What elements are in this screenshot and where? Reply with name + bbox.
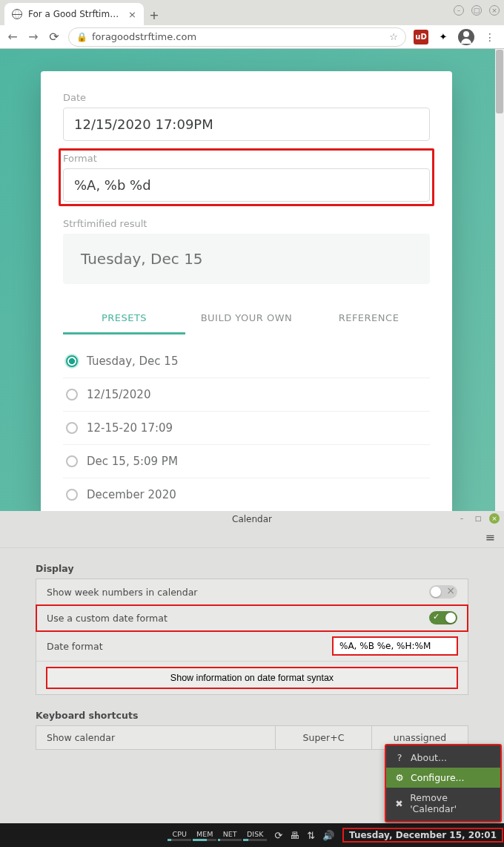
globe-icon <box>12 9 22 19</box>
preset-row[interactable]: Tuesday, Dec 15 <box>63 345 430 378</box>
ublock-icon[interactable]: uD <box>414 30 428 45</box>
preset-list: Tuesday, Dec 15 12/15/2020 12-15-20 17:0… <box>63 345 430 511</box>
shortcut-label: Show calendar <box>36 726 275 749</box>
remove-icon: ✖ <box>394 798 404 809</box>
gear-icon: ⚙ <box>394 772 405 783</box>
lock-icon: 🔒 <box>76 32 87 42</box>
preset-label: 12/15/2020 <box>87 388 150 401</box>
preset-tabs: PRESETS BUILD YOUR OWN REFERENCE <box>41 302 452 334</box>
tray-update-icon[interactable]: ⟳ <box>274 830 282 841</box>
format-section: Format <box>59 148 434 206</box>
maximize-icon[interactable]: □ <box>471 5 482 16</box>
close-icon[interactable]: × <box>489 513 500 524</box>
minimize-icon[interactable]: – <box>454 5 464 16</box>
close-icon[interactable]: × <box>128 9 136 20</box>
system-tray: ⟳ 🖶 ⇅ 🔊 <box>274 830 334 841</box>
tray-printer-icon[interactable]: 🖶 <box>290 830 299 841</box>
radio-icon <box>66 422 78 434</box>
bookmark-star-icon[interactable]: ☆ <box>389 31 398 42</box>
result-value: Tuesday, Dec 15 <box>63 234 430 284</box>
reload-icon[interactable]: ⟳ <box>47 30 61 44</box>
radio-icon <box>66 389 78 401</box>
preset-label: 12-15-20 17:09 <box>87 421 173 435</box>
ctx-about[interactable]: ? About... <box>385 748 501 768</box>
custom-format-label: Use a custom date format <box>47 613 422 624</box>
shortcut-primary[interactable]: Super+C <box>275 726 371 749</box>
net-meter: NET <box>218 830 242 841</box>
profile-avatar-icon[interactable] <box>458 29 474 45</box>
omnibox[interactable]: 🔒 foragoodstrftime.com ☆ <box>68 27 406 47</box>
page-viewport: Date Format Strftimified result Tuesday,… <box>0 49 504 511</box>
scrollbar[interactable] <box>495 49 504 511</box>
preset-label: December 2020 <box>87 488 176 501</box>
calendar-body: Display Show week numbers in calendar Us… <box>0 548 504 760</box>
radio-icon <box>66 489 78 501</box>
lower-area: Calendar – □ × ≡ Display Show week numbe… <box>0 511 504 847</box>
cpu-meter: CPU <box>168 830 191 841</box>
browser-tab[interactable]: For a Good Strftime | Easy Sk × <box>4 3 144 25</box>
tab-build[interactable]: BUILD YOUR OWN <box>185 302 308 334</box>
result-section: Strftimified result Tuesday, Dec 15 <box>63 218 430 284</box>
preset-row[interactable]: Dec 15, 5:09 PM <box>63 445 430 478</box>
maximize-icon[interactable]: □ <box>473 513 483 524</box>
close-window-icon[interactable]: × <box>489 5 500 16</box>
display-heading: Display <box>36 563 468 574</box>
calendar-title: Calendar <box>232 514 272 524</box>
back-icon[interactable]: ← <box>6 30 19 44</box>
preset-label: Dec 15, 5:09 PM <box>87 455 178 468</box>
taskbar-clock[interactable]: Tuesday, December 15, 20:01 <box>345 830 501 840</box>
show-week-label: Show week numbers in calendar <box>47 587 422 598</box>
show-week-toggle[interactable] <box>429 585 457 599</box>
show-week-row: Show week numbers in calendar <box>36 579 468 605</box>
preset-row[interactable]: December 2020 <box>63 478 430 511</box>
radio-icon <box>66 355 78 367</box>
ctx-remove[interactable]: ✖ Remove 'Calendar' <box>385 788 501 819</box>
show-info-button[interactable]: Show information on date format syntax <box>47 668 457 688</box>
tray-network-icon[interactable]: ⇅ <box>307 830 315 841</box>
date-format-row: Date format <box>36 631 468 662</box>
ctx-remove-label: Remove 'Calendar' <box>410 792 492 814</box>
ctx-configure-label: Configure... <box>411 772 465 783</box>
browser-chrome: For a Good Strftime | Easy Sk × + – □ × … <box>0 0 504 49</box>
system-meters[interactable]: CPU MEM NET DISK <box>168 830 267 841</box>
calendar-toolbar: ≡ <box>0 527 504 548</box>
display-panel: Show week numbers in calendar Use a cust… <box>36 579 468 695</box>
ctx-configure[interactable]: ⚙ Configure... <box>385 768 501 788</box>
calendar-titlebar[interactable]: Calendar – □ × <box>0 511 504 527</box>
custom-format-toggle[interactable] <box>429 611 457 624</box>
tab-presets[interactable]: PRESETS <box>63 302 185 334</box>
url-text: foragoodstrftime.com <box>92 31 196 42</box>
forward-icon[interactable]: → <box>27 30 40 44</box>
tray-volume-icon[interactable]: 🔊 <box>322 830 334 841</box>
date-label: Date <box>63 92 430 103</box>
hamburger-icon[interactable]: ≡ <box>485 530 495 544</box>
date-format-label: Date format <box>47 641 325 652</box>
disk-meter: DISK <box>243 830 267 841</box>
date-section: Date <box>63 92 430 141</box>
taskbar: CPU MEM NET DISK ⟳ 🖶 ⇅ 🔊 Tuesday, Decemb… <box>0 823 504 847</box>
tab-reference[interactable]: REFERENCE <box>308 302 430 334</box>
show-info-row: Show information on date format syntax <box>36 662 468 694</box>
preset-row[interactable]: 12-15-20 17:09 <box>63 412 430 445</box>
extensions-icon[interactable]: ✦ <box>436 30 451 45</box>
new-tab-button[interactable]: + <box>144 4 165 25</box>
custom-format-row: Use a custom date format <box>36 605 468 631</box>
help-icon: ? <box>394 752 405 763</box>
tab-strip: For a Good Strftime | Easy Sk × + – □ × <box>0 0 504 25</box>
mem-meter: MEM <box>193 830 216 841</box>
date-input[interactable] <box>63 108 430 141</box>
preset-row[interactable]: 12/15/2020 <box>63 378 430 412</box>
result-label: Strftimified result <box>63 218 430 229</box>
radio-icon <box>66 455 78 467</box>
date-format-input[interactable] <box>333 637 457 655</box>
kb-heading: Keyboard shortcuts <box>36 710 468 721</box>
browser-menu-icon[interactable]: ⋮ <box>482 31 498 43</box>
format-label: Format <box>63 153 430 164</box>
window-controls: – □ × <box>454 5 500 16</box>
minimize-icon[interactable]: – <box>457 513 467 524</box>
ctx-about-label: About... <box>411 752 447 763</box>
format-input[interactable] <box>63 168 430 202</box>
applet-context-menu: ? About... ⚙ Configure... ✖ Remove 'Cale… <box>385 745 501 822</box>
address-bar-row: ← → ⟳ 🔒 foragoodstrftime.com ☆ uD ✦ ⋮ <box>0 25 504 48</box>
main-card: Date Format Strftimified result Tuesday,… <box>41 71 452 511</box>
